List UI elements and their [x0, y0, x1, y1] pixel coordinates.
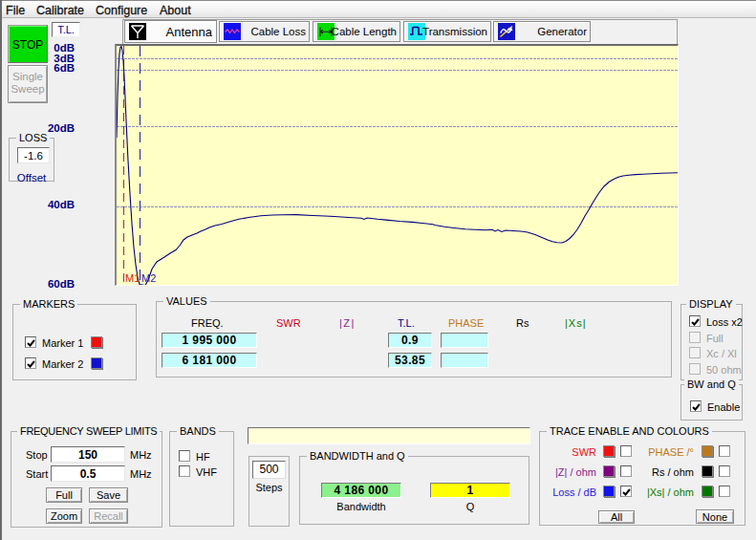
- svg-text:M1: M1: [125, 272, 140, 284]
- svg-text:M2: M2: [141, 272, 156, 284]
